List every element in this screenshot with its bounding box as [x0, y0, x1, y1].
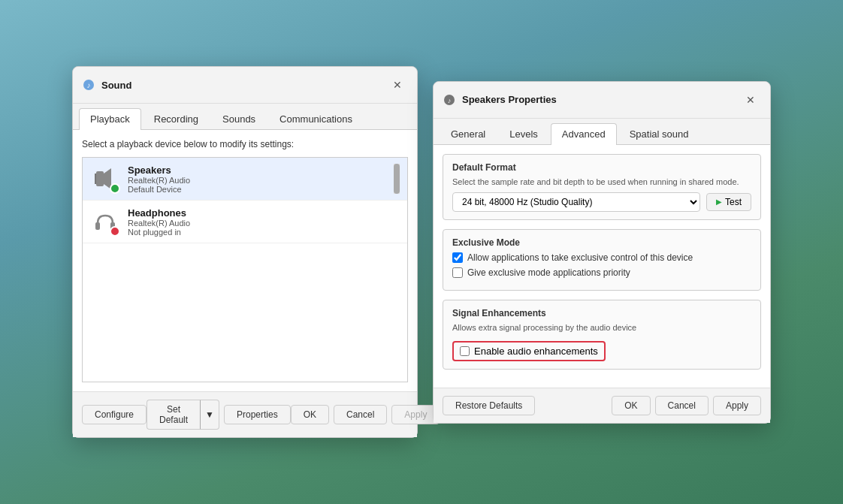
set-default-group: Set Default ▼	[147, 400, 219, 430]
sound-footer-center: Set Default ▼ Properties	[147, 400, 291, 430]
svg-text:♪: ♪	[448, 97, 452, 104]
restore-defaults-button[interactable]: Restore Defaults	[443, 396, 535, 415]
sound-icon: ♪	[82, 78, 95, 92]
sound-dialog: ♪ Sound ✕ Playback Recording Sounds Comm…	[72, 66, 418, 438]
speakers-dialog-icon: ♪	[443, 93, 456, 107]
tab-playback[interactable]: Playback	[79, 108, 141, 130]
tab-levels[interactable]: Levels	[498, 123, 549, 144]
speakers-close-button[interactable]: ✕	[740, 89, 761, 110]
give-priority-label: Give exclusive mode applications priorit…	[467, 267, 630, 278]
sound-tab-bar: Playback Recording Sounds Communications	[73, 104, 417, 130]
tab-spatial-sound[interactable]: Spatial sound	[618, 123, 700, 144]
speakers-name: Speakers	[128, 164, 394, 176]
enable-enhancements-checkbox[interactable]	[460, 346, 470, 356]
instruction-text: Select a playback device below to modify…	[82, 139, 408, 149]
give-priority-row: Give exclusive mode applications priorit…	[452, 267, 751, 278]
configure-button[interactable]: Configure	[82, 405, 147, 424]
speakers-status-badge	[110, 183, 120, 194]
device-item-speakers[interactable]: Speakers Realtek(R) Audio Default Device	[83, 158, 407, 201]
give-priority-checkbox[interactable]	[452, 267, 463, 278]
sound-cancel-button[interactable]: Cancel	[334, 405, 387, 424]
set-default-button[interactable]: Set Default	[147, 400, 200, 430]
headphones-icon	[90, 207, 120, 237]
tab-general[interactable]: General	[440, 123, 497, 144]
enable-enhancements-label: Enable audio enhancements	[474, 346, 598, 357]
speakers-icon	[90, 164, 120, 194]
svg-rect-2	[96, 171, 104, 186]
speakers-apply-button[interactable]: Apply	[713, 396, 761, 415]
allow-exclusive-label: Allow applications to take exclusive con…	[467, 252, 693, 263]
tab-communications[interactable]: Communications	[268, 108, 364, 129]
device-item-headphones[interactable]: Headphones Realtek(R) Audio Not plugged …	[83, 201, 407, 243]
default-format-section: Default Format Select the sample rate an…	[443, 154, 761, 220]
speakers-driver: Realtek(R) Audio	[128, 176, 394, 185]
tab-recording[interactable]: Recording	[143, 108, 210, 129]
sound-close-button[interactable]: ✕	[387, 74, 408, 95]
sound-main-content: Select a playback device below to modify…	[73, 130, 417, 391]
sound-footer-right: OK Cancel Apply	[291, 405, 440, 424]
speakers-ok-button[interactable]: OK	[612, 396, 650, 415]
tab-sounds[interactable]: Sounds	[211, 108, 267, 129]
speakers-status: Default Device	[128, 185, 394, 194]
speakers-dialog-title: Speakers Properties	[462, 94, 740, 105]
device-list: Speakers Realtek(R) Audio Default Device	[82, 157, 408, 382]
play-icon: ▶	[716, 198, 722, 206]
properties-button[interactable]: Properties	[224, 405, 291, 424]
speakers-dialog: ♪ Speakers Properties ✕ General Levels A…	[433, 81, 771, 424]
svg-rect-4	[95, 174, 96, 184]
svg-text:♪: ♪	[87, 81, 91, 89]
enhancement-box: Enable audio enhancements	[452, 341, 606, 361]
tab-advanced[interactable]: Advanced	[551, 123, 617, 145]
speakers-cancel-button[interactable]: Cancel	[655, 396, 709, 415]
allow-exclusive-row: Allow applications to take exclusive con…	[452, 252, 751, 263]
sound-titlebar: ♪ Sound ✕	[73, 67, 417, 104]
svg-rect-5	[95, 222, 100, 230]
speakers-tab-bar: General Levels Advanced Spatial sound	[434, 119, 770, 145]
exclusive-mode-section: Exclusive Mode Allow applications to tak…	[443, 229, 761, 291]
test-label: Test	[725, 197, 742, 207]
speakers-main-content: Default Format Select the sample rate an…	[434, 145, 770, 388]
headphones-driver: Realtek(R) Audio	[128, 219, 400, 228]
allow-exclusive-checkbox[interactable]	[452, 252, 463, 263]
format-row: 24 bit, 48000 Hz (Studio Quality)16 bit,…	[452, 192, 751, 212]
headphones-name: Headphones	[128, 207, 400, 219]
headphones-status-badge	[110, 226, 120, 237]
sound-title: Sound	[101, 80, 387, 91]
signal-enhancements-section: Signal Enhancements Allows extra signal …	[443, 300, 761, 370]
headphones-status: Not plugged in	[128, 228, 400, 237]
speakers-titlebar: ♪ Speakers Properties ✕	[434, 82, 770, 119]
speakers-footer-right: OK Cancel Apply	[612, 396, 761, 415]
signal-enhancements-title: Signal Enhancements	[452, 308, 751, 318]
set-default-arrow-button[interactable]: ▼	[200, 400, 219, 430]
sound-footer: Configure Set Default ▼ Properties OK Ca…	[73, 391, 417, 437]
list-scrollbar[interactable]	[394, 164, 400, 194]
sound-ok-button[interactable]: OK	[291, 405, 329, 424]
scrollbar-thumb	[394, 164, 400, 194]
exclusive-mode-title: Exclusive Mode	[452, 237, 751, 248]
test-button[interactable]: ▶ Test	[706, 193, 751, 211]
format-select[interactable]: 24 bit, 48000 Hz (Studio Quality)16 bit,…	[452, 192, 700, 212]
default-format-desc: Select the sample rate and bit depth to …	[452, 177, 751, 186]
default-format-title: Default Format	[452, 162, 751, 173]
signal-enhancements-desc: Allows extra signal processing by the au…	[452, 323, 751, 332]
headphones-info: Headphones Realtek(R) Audio Not plugged …	[128, 207, 400, 237]
sound-footer-left: Configure	[82, 405, 147, 424]
speakers-info: Speakers Realtek(R) Audio Default Device	[128, 164, 394, 194]
speakers-footer: Restore Defaults OK Cancel Apply	[434, 388, 770, 423]
